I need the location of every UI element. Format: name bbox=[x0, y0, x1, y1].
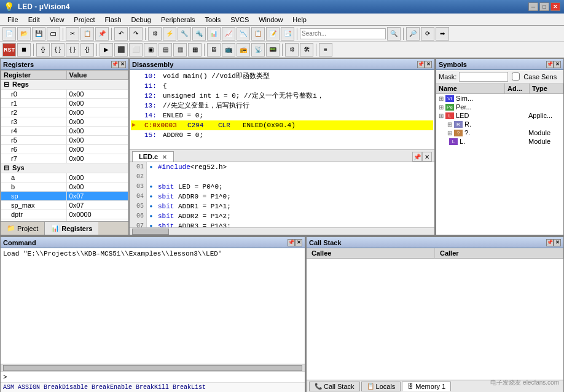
menu-tools[interactable]: Tools bbox=[200, 15, 226, 25]
symbols-list[interactable]: ⊞ VI Sim... ⊞ Pe Per... ⊞ L LED Applic..… bbox=[436, 94, 563, 235]
tb-view1[interactable]: 🖥 bbox=[207, 43, 221, 57]
tb-brace4[interactable]: {} bbox=[80, 43, 94, 57]
tb-b1[interactable]: ⚙ bbox=[148, 27, 162, 41]
disasm-close[interactable]: ✕ bbox=[425, 61, 432, 68]
tb-b5[interactable]: 📊 bbox=[207, 27, 221, 41]
tb-find[interactable]: 🔎 bbox=[406, 27, 420, 41]
tab-memory1[interactable]: 🗄 Memory 1 bbox=[402, 382, 451, 391]
search-input[interactable] bbox=[300, 28, 386, 39]
menu-file[interactable]: File bbox=[2, 15, 23, 25]
tab-registers[interactable]: 📊 Registers bbox=[45, 222, 98, 235]
menu-help[interactable]: Help bbox=[288, 15, 311, 25]
list-item[interactable]: ⊞ Pe Per... bbox=[436, 103, 563, 111]
hscroll-thumb[interactable] bbox=[132, 229, 169, 235]
tree-expand-icon[interactable]: ⊞ bbox=[447, 130, 452, 136]
tb-brace2[interactable]: { } bbox=[51, 43, 65, 57]
tb-b7[interactable]: 📉 bbox=[237, 27, 250, 41]
tb-rst[interactable]: RST bbox=[2, 43, 16, 57]
menu-view[interactable]: View bbox=[45, 15, 69, 25]
command-hscroll[interactable] bbox=[1, 364, 305, 371]
tab-callstack[interactable]: 📞 Call Stack bbox=[309, 382, 360, 391]
tb-more[interactable]: ≡ bbox=[319, 43, 332, 57]
menu-window[interactable]: Window bbox=[254, 15, 288, 25]
list-item[interactable]: ⊞ ? ?. Module bbox=[436, 128, 563, 137]
menu-project[interactable]: Project bbox=[69, 15, 100, 25]
tb-cut[interactable]: ✂ bbox=[66, 27, 79, 41]
tab-project[interactable]: 📁 Project bbox=[1, 222, 45, 235]
tb-brace1[interactable]: {} bbox=[36, 43, 50, 57]
tree-expand-icon[interactable]: ⊞ bbox=[439, 112, 444, 119]
command-pin[interactable]: 📌 bbox=[288, 239, 295, 246]
tb-debug2[interactable]: ⬜ bbox=[129, 43, 143, 57]
tb-debug1[interactable]: ⬛ bbox=[114, 43, 128, 57]
tree-expand-icon[interactable]: ⊞ bbox=[447, 121, 452, 128]
command-close[interactable]: ✕ bbox=[295, 239, 302, 246]
editor-hscroll[interactable] bbox=[130, 227, 434, 235]
tb-search[interactable]: 🔍 bbox=[387, 27, 401, 41]
tb-b3[interactable]: 🔧 bbox=[178, 27, 191, 41]
breakpoint-dot-icon[interactable]: ● bbox=[150, 202, 153, 211]
tb-save[interactable]: 💾 bbox=[32, 27, 45, 41]
tree-expand-icon[interactable]: ⊞ bbox=[439, 95, 444, 102]
list-item[interactable]: ⊞ R R. bbox=[436, 120, 563, 128]
tb-paste[interactable]: 📌 bbox=[95, 27, 109, 41]
breakpoint-dot-icon[interactable]: ● bbox=[150, 192, 153, 202]
list-item[interactable]: ⊞ VI Sim... bbox=[436, 94, 563, 103]
tree-expand-icon[interactable]: ⊞ bbox=[439, 104, 444, 111]
tb-view5[interactable]: 📟 bbox=[266, 43, 280, 57]
tb-view2[interactable]: 📺 bbox=[222, 43, 235, 57]
code-editor[interactable]: 01●#include<reg52.h>0203●sbit LED = P0^0… bbox=[130, 162, 434, 227]
tb-view3[interactable]: 📻 bbox=[237, 43, 250, 57]
disasm-pin[interactable]: 📌 bbox=[417, 61, 425, 68]
tab-locals[interactable]: 📋 Locals bbox=[361, 382, 401, 391]
tb-b9[interactable]: 📝 bbox=[266, 27, 280, 41]
tb-b2[interactable]: ⚡ bbox=[163, 27, 176, 41]
tb-goto[interactable]: ➡ bbox=[436, 27, 449, 41]
tb-new[interactable]: 📄 bbox=[2, 27, 16, 41]
tb-stop[interactable]: ⏹ bbox=[17, 43, 31, 57]
disasm-top[interactable]: 10:void main() //void即函数类型11:{12: unsign… bbox=[130, 70, 434, 150]
tb-view4[interactable]: 📡 bbox=[251, 43, 265, 57]
tb-b4[interactable]: 🔩 bbox=[192, 27, 206, 41]
tb-b6[interactable]: 📈 bbox=[222, 27, 235, 41]
tb-opt2[interactable]: 🛠 bbox=[300, 43, 313, 57]
editor-pin[interactable]: 📌 bbox=[412, 152, 422, 162]
tab-close-icon[interactable]: ✕ bbox=[162, 154, 167, 160]
tree-toggle[interactable]: ⊟ bbox=[4, 164, 9, 171]
tb-debug3[interactable]: ▣ bbox=[144, 43, 157, 57]
command-scroll-thumb[interactable] bbox=[3, 365, 302, 371]
tb-debug4[interactable]: ▤ bbox=[159, 43, 172, 57]
registers-close[interactable]: ✕ bbox=[119, 61, 126, 68]
symbols-pin[interactable]: 📌 bbox=[546, 61, 554, 68]
tb-save2[interactable]: 🗃 bbox=[47, 27, 60, 41]
close-button[interactable]: ✕ bbox=[550, 2, 560, 11]
tb-replace[interactable]: ⟳ bbox=[421, 27, 434, 41]
menu-debug[interactable]: Debug bbox=[127, 15, 156, 25]
breakpoint-dot-icon[interactable]: ● bbox=[150, 162, 153, 172]
minimize-button[interactable]: ─ bbox=[528, 2, 538, 11]
menu-peripherals[interactable]: Peripherals bbox=[156, 15, 200, 25]
registers-pin[interactable]: 📌 bbox=[111, 61, 119, 68]
callstack-close[interactable]: ✕ bbox=[554, 239, 561, 246]
menu-svcs[interactable]: SVCS bbox=[225, 15, 254, 25]
breakpoint-dot-icon[interactable]: ● bbox=[150, 221, 153, 227]
tree-toggle[interactable]: ⊟ bbox=[4, 80, 9, 88]
reg-group-sys[interactable]: ⊟ Sys bbox=[1, 163, 128, 173]
tb-undo[interactable]: ↶ bbox=[114, 27, 128, 41]
registers-scroll[interactable]: Register Value ⊟ Regsr00x00r10x00r20x00r… bbox=[1, 70, 128, 221]
tb-opt[interactable]: ⚙ bbox=[285, 43, 299, 57]
tb-debug6[interactable]: ▦ bbox=[188, 43, 202, 57]
tb-open[interactable]: 📂 bbox=[17, 27, 31, 41]
tb-b10[interactable]: 📑 bbox=[281, 27, 294, 41]
breakpoint-dot-icon[interactable]: ● bbox=[150, 211, 153, 221]
editor-close[interactable]: ✕ bbox=[422, 152, 432, 162]
tab-ledc[interactable]: LED.c ✕ bbox=[132, 151, 174, 162]
mask-input[interactable] bbox=[459, 72, 508, 82]
maximize-button[interactable]: □ bbox=[539, 2, 549, 11]
tb-redo[interactable]: ↷ bbox=[129, 27, 143, 41]
menu-edit[interactable]: Edit bbox=[23, 15, 45, 25]
reg-group-regs[interactable]: ⊟ Regs bbox=[1, 80, 128, 90]
tb-brace3[interactable]: { } bbox=[66, 43, 79, 57]
list-item[interactable]: L L. Module bbox=[436, 137, 563, 146]
tb-debug5[interactable]: ▥ bbox=[173, 43, 187, 57]
